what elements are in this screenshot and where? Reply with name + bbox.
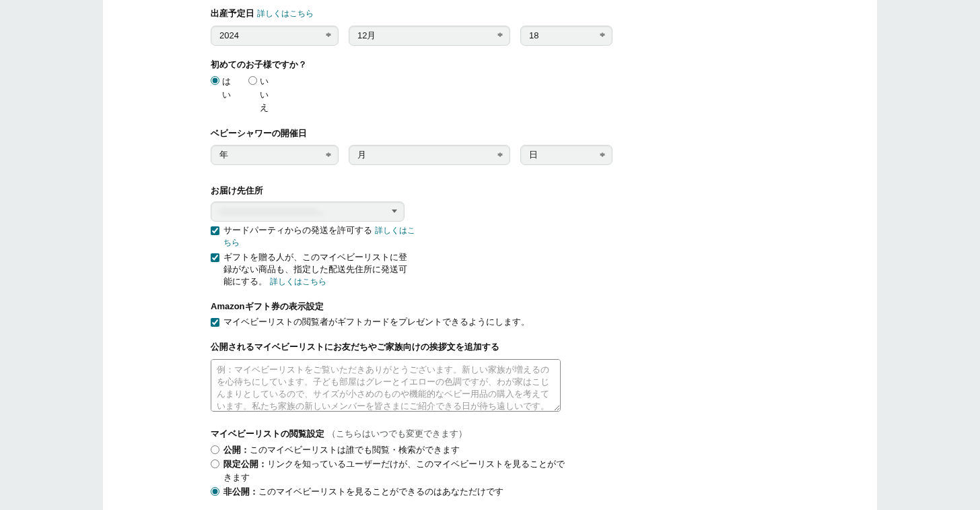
gift-card-checkbox[interactable] [211, 318, 219, 327]
chevron-updown-icon [326, 154, 331, 157]
due-day-select[interactable]: 18 [520, 26, 612, 46]
visibility-private-bold: 非公開： [223, 486, 258, 497]
chevron-updown-icon [600, 34, 605, 37]
due-day-value: 18 [529, 29, 538, 42]
due-month-value: 12月 [357, 29, 376, 42]
chevron-updown-icon [600, 154, 605, 157]
due-month-select[interactable]: 12月 [349, 26, 510, 46]
chevron-updown-icon [326, 34, 331, 37]
first-child-yes-radio[interactable] [211, 76, 219, 85]
shower-year-value: 年 [219, 148, 228, 162]
chevron-updown-icon [497, 154, 503, 157]
first-child-section: 初めてのお子様ですか？ はい いいえ [211, 58, 769, 115]
visibility-public-text: このマイベビーリストは誰でも閲覧・検索ができます [250, 445, 460, 455]
shower-month-value: 月 [357, 148, 366, 162]
shower-day-select[interactable]: 日 [520, 145, 612, 165]
visibility-section: マイベビーリストの閲覧設定 （こちらはいつでも変更できます） 公開：このマイベビ… [211, 427, 769, 499]
chevron-down-icon [392, 210, 397, 213]
third-party-checkbox-row: サードパーティからの発送を許可する 詳しくはこちら [211, 224, 769, 249]
shipping-address-section: お届け先住所 ———————————… サードパーティからの発送を許可する 詳し… [211, 184, 769, 288]
due-year-select[interactable]: 2024 [211, 26, 339, 46]
visibility-limited-bold: 限定公開： [223, 459, 267, 469]
due-date-more-link[interactable]: 詳しくはこちら [257, 9, 314, 18]
shower-month-select[interactable]: 月 [349, 145, 510, 165]
visibility-label: マイベビーリストの閲覧設定 [211, 428, 324, 439]
visibility-private-text: このマイベビーリストを見ることができるのはあなただけです [258, 486, 503, 497]
due-year-value: 2024 [219, 29, 239, 42]
baby-shower-section: ベビーシャワーの開催日 年 月 日 [211, 127, 769, 166]
gift-card-checkbox-row: マイベビーリストの閲覧者がギフトカードをプレゼントできるようにします。 [211, 316, 769, 328]
greeting-section: 公開されるマイベビーリストにお友だちやご家族向けの挨拶文を追加する [211, 340, 769, 415]
first-child-yes-label: はい [222, 75, 235, 101]
first-child-no-radio[interactable] [248, 76, 257, 85]
shower-day-value: 日 [529, 148, 538, 162]
shower-year-select[interactable]: 年 [211, 145, 339, 165]
shipping-address-label: お届け先住所 [211, 185, 263, 195]
address-select[interactable]: ———————————… [211, 201, 405, 222]
gift-sender-checkbox-row: ギフトを贈る人が、このマイベビーリストに登録がない商品も、指定した配送先住所に発… [211, 251, 769, 288]
chevron-updown-icon [497, 34, 503, 37]
due-date-section: 出産予定日 詳しくはこちら 2024 12月 18 [211, 7, 769, 46]
visibility-public-radio[interactable] [211, 445, 219, 454]
greeting-label: 公開されるマイベビーリストにお友だちやご家族向けの挨拶文を追加する [211, 342, 499, 352]
visibility-note: （こちらはいつでも変更できます） [327, 428, 467, 439]
gift-card-option-label: マイベビーリストの閲覧者がギフトカードをプレゼントできるようにします。 [223, 316, 530, 328]
due-date-label: 出産予定日 [211, 8, 254, 18]
third-party-checkbox[interactable] [211, 226, 219, 235]
visibility-public-bold: 公開： [223, 445, 250, 455]
gift-card-label: Amazonギフト券の表示設定 [211, 301, 324, 311]
address-value: ———————————… [219, 205, 324, 218]
first-child-yes[interactable]: はい [211, 75, 235, 115]
gift-card-section: Amazonギフト券の表示設定 マイベビーリストの閲覧者がギフトカードをプレゼン… [211, 300, 769, 328]
visibility-private-radio[interactable] [211, 487, 219, 496]
greeting-textarea[interactable] [211, 359, 561, 412]
third-party-label: サードパーティからの発送を許可する [223, 225, 372, 235]
visibility-limited-radio[interactable] [211, 459, 219, 468]
first-child-no[interactable]: いいえ [248, 75, 273, 115]
gift-sender-checkbox[interactable] [211, 253, 219, 262]
first-child-no-label: いいえ [260, 75, 273, 115]
baby-shower-label: ベビーシャワーの開催日 [211, 128, 307, 138]
visibility-limited-text: リンクを知っているユーザーだけが、このマイベビーリストを見ることができます [223, 459, 565, 482]
first-child-label: 初めてのお子様ですか？ [211, 59, 307, 69]
gift-sender-more-link[interactable]: 詳しくはこちら [270, 277, 326, 286]
